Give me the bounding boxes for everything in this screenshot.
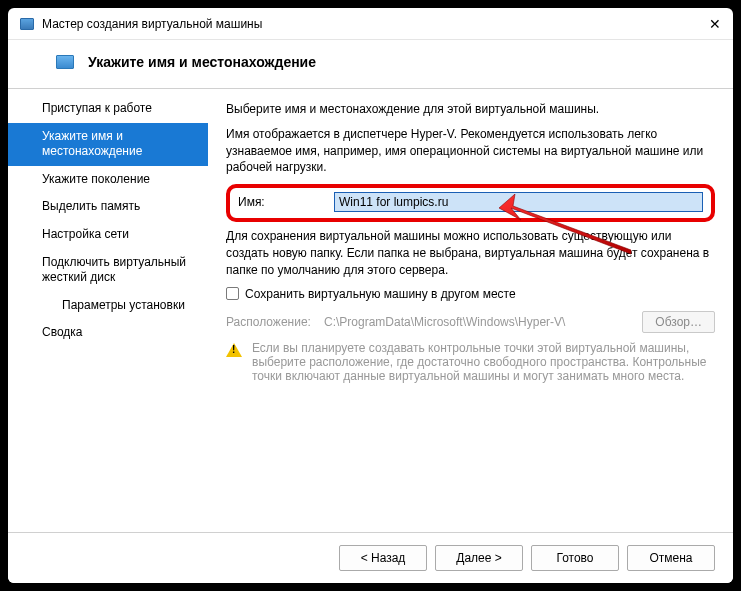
name-input[interactable] xyxy=(334,192,703,212)
desc-text: Имя отображается в диспетчере Hyper-V. Р… xyxy=(226,126,715,176)
warning-icon xyxy=(226,343,242,357)
save-elsewhere-checkbox[interactable] xyxy=(226,287,239,300)
next-button[interactable]: Далее > xyxy=(435,545,523,571)
save-elsewhere-label: Сохранить виртуальную машину в другом ме… xyxy=(245,287,516,301)
wizard-body: Приступая к работе Укажите имя и местона… xyxy=(8,88,733,532)
location-label: Расположение: xyxy=(226,315,314,329)
sidebar-item-summary[interactable]: Сводка xyxy=(8,319,208,347)
sidebar-item-network[interactable]: Настройка сети xyxy=(8,221,208,249)
button-bar: < Назад Далее > Готово Отмена xyxy=(8,532,733,583)
wizard-header: Укажите имя и местонахождение xyxy=(8,40,733,88)
wizard-window: Мастер создания виртуальной машины ✕ Ука… xyxy=(8,8,733,583)
sidebar: Приступая к работе Укажите имя и местона… xyxy=(8,89,208,532)
warning-row: Если вы планируете создавать контрольные… xyxy=(226,341,715,383)
sidebar-item-generation[interactable]: Укажите поколение xyxy=(8,166,208,194)
content-panel: Выберите имя и местонахождение для этой … xyxy=(208,89,733,532)
location-value: C:\ProgramData\Microsoft\Windows\Hyper-V… xyxy=(324,315,632,329)
window-title: Мастер создания виртуальной машины xyxy=(42,17,262,31)
location-row: Расположение: C:\ProgramData\Microsoft\W… xyxy=(226,311,715,333)
titlebar: Мастер создания виртуальной машины ✕ xyxy=(8,8,733,40)
app-icon xyxy=(20,18,34,30)
sidebar-item-vhd[interactable]: Подключить виртуальный жесткий диск xyxy=(8,249,208,292)
sidebar-item-install-options[interactable]: Параметры установки xyxy=(8,292,208,320)
sidebar-item-name-location[interactable]: Укажите имя и местонахождение xyxy=(8,123,208,166)
name-label: Имя: xyxy=(238,195,334,209)
sidebar-item-getting-started[interactable]: Приступая к работе xyxy=(8,95,208,123)
highlight-annotation: Имя: xyxy=(226,184,715,222)
save-desc-text: Для сохранения виртуальной машины можно … xyxy=(226,228,715,278)
intro-text: Выберите имя и местонахождение для этой … xyxy=(226,101,715,118)
sidebar-item-memory[interactable]: Выделить память xyxy=(8,193,208,221)
browse-button: Обзор… xyxy=(642,311,715,333)
finish-button[interactable]: Готово xyxy=(531,545,619,571)
page-title: Укажите имя и местонахождение xyxy=(88,54,316,70)
cancel-button[interactable]: Отмена xyxy=(627,545,715,571)
back-button[interactable]: < Назад xyxy=(339,545,427,571)
close-icon[interactable]: ✕ xyxy=(709,16,721,32)
header-icon xyxy=(56,55,74,69)
save-elsewhere-row: Сохранить виртуальную машину в другом ме… xyxy=(226,287,715,301)
warning-text: Если вы планируете создавать контрольные… xyxy=(252,341,715,383)
